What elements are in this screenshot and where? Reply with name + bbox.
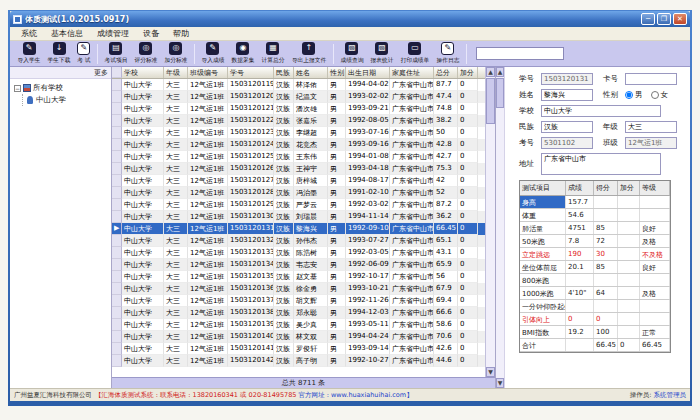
scroll-thumb[interactable] [486, 78, 495, 124]
table-row[interactable]: 中山大学大三12气运1班1503120129汉族严梦云男1992-03-02广东… [112, 199, 485, 211]
header-cell-grade[interactable]: 年级 [164, 67, 188, 78]
table-row[interactable]: 中山大学大三12气运1班1503120127汉族唐梓城男1994-08-17广东… [112, 175, 485, 187]
test-row[interactable]: BMI指数19.2100正常 [520, 326, 670, 339]
header-cell-total-score[interactable]: 总分 [434, 67, 458, 78]
toolbar-button-operation-log[interactable]: ✎操作日志 [433, 42, 463, 66]
maximize-button[interactable]: ❐ [657, 13, 671, 25]
table-row[interactable]: 中山大学大三12气运1班1503120130汉族刘瑞晨男1994-11-14广东… [112, 211, 485, 223]
grid-vertical-scrollbar[interactable]: ▲ ▼ [485, 67, 495, 377]
table-row[interactable]: 中山大学大三12气运1班1503120136汉族徐金勇男1993-10-21广东… [112, 283, 485, 295]
toolbar-button-import-students[interactable]: ✎导入学生 [14, 42, 44, 66]
test-row[interactable]: 1000米跑4'10"64及格 [520, 287, 670, 300]
gender-female-input[interactable] [651, 91, 659, 99]
name-field[interactable] [541, 89, 593, 101]
test-row[interactable]: 身高157.7 [520, 196, 670, 209]
test-row[interactable]: 引体向上00 [520, 313, 670, 326]
minimize-button[interactable]: ─ [641, 13, 655, 25]
toolbar-button-calc-total[interactable]: ▦计算总分 [258, 42, 288, 66]
header-cell-name[interactable]: 姓名 [294, 67, 328, 78]
table-row[interactable]: 中山大学大三12气运1班1503120125汉族王东伟男1994-01-08广东… [112, 151, 485, 163]
table-row[interactable]: ▶中山大学大三12气运1班1503120131汉族黎海兴男1992-09-10广… [112, 223, 485, 235]
panel-scroll-thumb[interactable] [496, 78, 504, 108]
panel-scroll-down-icon[interactable]: ▼ [496, 378, 504, 388]
ethnic-field[interactable] [541, 121, 593, 133]
table-row[interactable]: 中山大学大三12气运1班1503120126汉族王神宇男1993-04-18广东… [112, 163, 485, 175]
table-row[interactable]: 中山大学大三12气运1班1503120119汉族林泽佑男1994-04-02广东… [112, 79, 485, 91]
panel-scrollbar[interactable]: ▲ ▼ [496, 67, 505, 388]
gender-female-radio[interactable]: 女 [651, 90, 669, 100]
table-row[interactable]: 中山大学大三12气运1班1503120124汉族花竞杰男1993-09-16广东… [112, 139, 485, 151]
test-row[interactable]: 一分钟仰卧起坐 [520, 300, 670, 313]
test-row[interactable]: 50米跑7.872及格 [520, 235, 670, 248]
table-row[interactable]: 中山大学大三12气运1班1503120140汉族林文双男1994-04-24广东… [112, 331, 485, 343]
table-row[interactable]: 中山大学大三12气运1班1503120121汉族潘次雄男1993-09-21广东… [112, 103, 485, 115]
toolbar-button-export-report[interactable]: ↑导出上报文件 [288, 42, 330, 66]
gender-male-input[interactable] [625, 91, 633, 99]
header-cell-ethnicity[interactable]: 民族 [274, 67, 294, 78]
table-row[interactable]: 中山大学大三12气运1班1503120139汉族吴少真男1993-05-11广东… [112, 319, 485, 331]
class-field[interactable] [625, 137, 677, 149]
header-cell-birthdate[interactable]: 出生日期 [346, 67, 390, 78]
menu-item-3[interactable]: 设备 [136, 27, 166, 40]
school-field[interactable] [541, 105, 661, 117]
header-cell-address[interactable]: 家庭住址 [390, 67, 434, 78]
table-row[interactable]: 中山大学大三12气运1班1503120120汉族纪温文男1993-02-02广东… [112, 91, 485, 103]
menu-item-4[interactable]: 帮助 [166, 27, 196, 40]
tree-more-link[interactable]: 更多 [94, 68, 108, 78]
close-button[interactable]: ✕ [673, 13, 687, 25]
grade-field[interactable] [625, 121, 677, 133]
header-cell-student-id[interactable]: 学号 [228, 67, 274, 78]
table-row[interactable]: 中山大学大三12气运1班1503120142汉族高子明男1992-10-27广东… [112, 355, 485, 367]
student-id-field[interactable] [541, 73, 593, 85]
table-row[interactable]: 中山大学大三12气运1班1503120123汉族李继超男1993-07-16广东… [112, 127, 485, 139]
test-row[interactable]: 坐位体前屈20.185良好 [520, 261, 670, 274]
toolbar-search-input[interactable] [476, 47, 564, 60]
gender-male-radio[interactable]: 男 [625, 90, 643, 100]
panel-scroll-up-icon[interactable]: ▲ [496, 67, 504, 77]
table-row[interactable]: 中山大学大三12气运1班1503120133汉族陈浩树男1992-03-05广东… [112, 247, 485, 259]
toolbar-button-bonus-standard[interactable]: ◎加分标准 [161, 42, 191, 66]
menu-item-1[interactable]: 基本信息 [44, 27, 90, 40]
scroll-up-icon[interactable]: ▲ [486, 67, 495, 77]
menu-item-2[interactable]: 成绩管理 [90, 27, 136, 40]
exam-no-field[interactable] [541, 137, 593, 149]
scroll-track[interactable] [486, 125, 495, 367]
toolbar-button-exam-items[interactable]: ▤考试项目 [101, 42, 131, 66]
tree-expander-icon[interactable]: − [14, 85, 21, 92]
title-bar[interactable]: 体质测试(1.0.2015.0917) ─ ❐ ✕ [10, 11, 690, 27]
table-row[interactable]: 中山大学大三12气运1班1503120134汉族韦志安男1992-06-09广东… [112, 259, 485, 271]
menu-item-0[interactable]: 系统 [14, 27, 44, 40]
toolbar-button-print-transcript[interactable]: ▭打印成绩单 [397, 42, 433, 66]
toolbar-button-data-collection[interactable]: ◉数据采集 [228, 42, 258, 66]
toolbar-button-exam[interactable]: ✎考 试 [74, 42, 94, 66]
table-row[interactable]: 中山大学大三12气运1班1503120128汉族冯治墨男1991-02-10广东… [112, 187, 485, 199]
table-row[interactable]: 中山大学大三12气运1班1503120132汉族孙伟杰男1993-07-27广东… [112, 235, 485, 247]
header-cell-gender[interactable]: 性别 [328, 67, 346, 78]
address-field[interactable]: 广东省中山市 [541, 153, 661, 175]
toolbar-button-import-scores[interactable]: ✎导入成绩 [198, 42, 228, 66]
card-no-field[interactable] [625, 73, 677, 85]
table-row[interactable]: 中山大学大三12气运1班1503120138汉族郑永聪男1994-12-03广东… [112, 307, 485, 319]
toolbar-button-score-query[interactable]: ▧成绩查询 [337, 42, 367, 66]
test-row[interactable]: 合计66.45066.45 [520, 339, 670, 352]
test-row[interactable]: 体重54.6 [520, 209, 670, 222]
toolbar-button-download-students[interactable]: ↓学生下载 [44, 42, 74, 66]
panel-scroll-track[interactable] [496, 109, 504, 378]
test-row[interactable]: 肺活量475185良好 [520, 222, 670, 235]
toolbar-button-score-standard[interactable]: ◎评分标准 [131, 42, 161, 66]
website-link[interactable]: 官方网址：www.huaxiahuihai.com】 [298, 391, 412, 400]
header-cell-class-no[interactable]: 班级编号 [188, 67, 228, 78]
header-cell-school[interactable]: 学校 [122, 67, 164, 78]
table-row[interactable]: 中山大学大三12气运1班1503120137汉族胡文辉男1992-11-26广东… [112, 295, 485, 307]
table-row[interactable]: 中山大学大三12气运1班1503120122汉族张嘉乐男1992-08-05广东… [112, 115, 485, 127]
tree-node-school-0[interactable]: 中山大学 [27, 94, 109, 106]
tree-node-all-schools[interactable]: − 所有学校 [12, 82, 109, 94]
toolbar-button-report-stats[interactable]: ▧报表统计 [367, 42, 397, 66]
scroll-down-icon[interactable]: ▼ [486, 367, 495, 377]
header-cell-bonus[interactable]: 加分 [458, 67, 478, 78]
test-row[interactable]: 立定跳远19030不及格 [520, 248, 670, 261]
table-row[interactable]: 中山大学大三12气运1班1503120135汉族赵文基男1992-10-17广东… [112, 271, 485, 283]
header-cell-indicator[interactable] [112, 67, 122, 78]
test-row[interactable]: 800米跑 [520, 274, 670, 287]
table-row[interactable]: 中山大学大三12气运1班1503120141汉族罗俊轩男1993-09-14广东… [112, 343, 485, 355]
